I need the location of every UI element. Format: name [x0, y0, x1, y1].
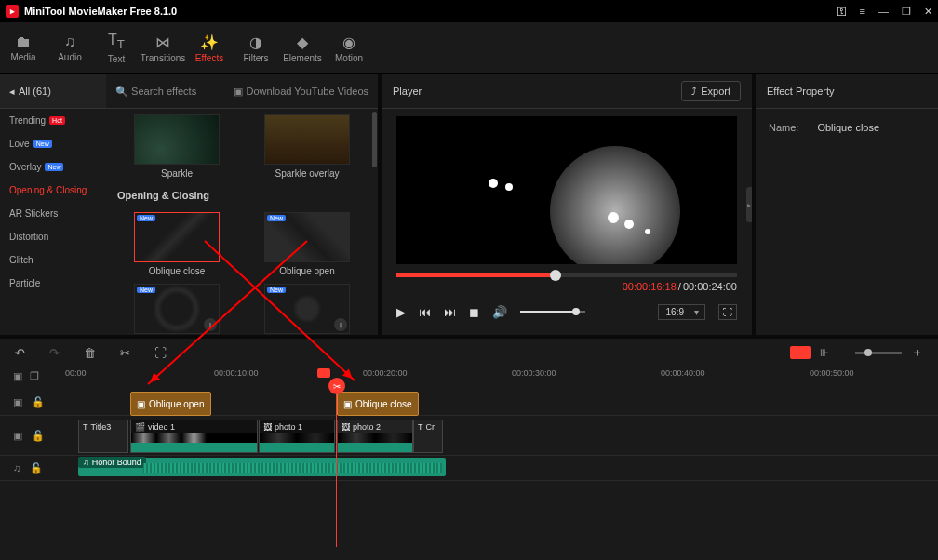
- total-time: 00:00:24:00: [683, 281, 737, 292]
- close-icon[interactable]: ✕: [924, 6, 932, 18]
- fullscreen-icon[interactable]: ⛶: [718, 304, 737, 320]
- preview-area[interactable]: [396, 116, 737, 264]
- export-button[interactable]: ⤴Export: [681, 81, 741, 101]
- cat-overlay[interactable]: OverlayNew: [0, 155, 106, 179]
- clip-photo2[interactable]: 🖼 photo 2: [337, 420, 413, 453]
- music-note-icon: ♫: [83, 458, 89, 467]
- fx-icon: ▣: [137, 399, 145, 409]
- crop-icon[interactable]: ⛶: [154, 346, 167, 360]
- scissors-badge[interactable]: ✂: [328, 378, 345, 394]
- undo-icon[interactable]: ↶: [15, 346, 25, 360]
- magnet-icon[interactable]: ⊪: [820, 347, 829, 359]
- tab-filters[interactable]: ◑Filters: [233, 22, 279, 73]
- stop-icon[interactable]: ◼: [469, 305, 479, 319]
- transition-icon: ⋈: [155, 33, 170, 51]
- tab-transitions[interactable]: ⋈Transitions: [140, 22, 186, 73]
- clip-photo1[interactable]: 🖼 photo 1: [259, 420, 335, 453]
- track-video: ▣🔓 T Title3 🎬 video 1 🖼 photo 1 🖼 photo …: [0, 416, 938, 456]
- effect-sparkle-overlay[interactable]: Sparkle overlay: [246, 114, 368, 179]
- timeline-ruler[interactable]: ▣❐ 00:00 00:00:10:00 00:00:20:00 00:00:3…: [0, 367, 938, 389]
- next-icon[interactable]: ⏭: [444, 305, 456, 319]
- track-audio: ♫🔓 ♫Honor Bound: [0, 456, 938, 481]
- maximize-icon[interactable]: ❐: [902, 6, 911, 18]
- current-time: 00:00:16:18: [623, 281, 677, 292]
- playhead-handle[interactable]: [317, 368, 330, 378]
- music-icon: ♫: [64, 33, 75, 50]
- motion-icon: ◉: [342, 33, 355, 51]
- effects-icon: ✨: [200, 33, 219, 51]
- split-icon[interactable]: ✂: [120, 346, 130, 360]
- zoom-slider[interactable]: [855, 352, 902, 354]
- record-indicator[interactable]: [790, 346, 811, 359]
- hot-badge: Hot: [49, 116, 65, 125]
- effect-oblique-close[interactable]: NewOblique close: [115, 212, 238, 276]
- minimize-icon[interactable]: ―: [878, 6, 889, 17]
- text-icon: TT: [108, 32, 125, 51]
- search-input[interactable]: 🔍 Search effects: [115, 86, 196, 98]
- clip-title[interactable]: T Title3: [78, 420, 128, 453]
- property-title: Effect Property: [756, 74, 938, 109]
- audio-clip[interactable]: ♫Honor Bound: [78, 458, 446, 476]
- layer-icon[interactable]: ▣: [13, 370, 22, 382]
- zoom-out-icon[interactable]: −: [838, 346, 846, 360]
- redo-icon[interactable]: ↷: [49, 346, 60, 360]
- prev-icon[interactable]: ⏮: [419, 305, 431, 319]
- export-icon: ⤴: [691, 86, 697, 97]
- tab-text[interactable]: TTText: [93, 22, 140, 73]
- playhead[interactable]: [336, 380, 337, 547]
- expand-tab[interactable]: ▸: [746, 187, 752, 222]
- effect-oblique-open[interactable]: NewOblique open: [246, 212, 368, 276]
- filters-icon: ◑: [249, 33, 262, 51]
- cat-ar-stickers[interactable]: AR Stickers: [0, 202, 106, 225]
- volume-icon[interactable]: 🔊: [492, 305, 507, 319]
- fx-clip-oblique-close[interactable]: ▣Oblique close: [337, 392, 419, 416]
- tab-effects[interactable]: ✨Effects: [186, 22, 233, 73]
- zoom-in-icon[interactable]: ＋: [911, 344, 923, 361]
- cat-opening-closing[interactable]: Opening & Closing: [0, 179, 106, 202]
- delete-icon[interactable]: 🗑: [84, 346, 96, 360]
- prop-name-value: Oblique close: [817, 122, 879, 133]
- new-badge: New: [45, 163, 63, 171]
- effect-round-close[interactable]: New↓Round close: [115, 284, 238, 335]
- download-youtube-link[interactable]: ▣ Download YouTube Videos: [234, 86, 368, 98]
- app-title: MiniTool MovieMaker Free 8.1.0: [24, 6, 177, 17]
- tab-audio[interactable]: ♫Audio: [47, 22, 93, 73]
- new-badge: New: [34, 140, 52, 148]
- clip-video1[interactable]: 🎬 video 1: [130, 420, 258, 453]
- lock-icon[interactable]: 🔓: [30, 462, 43, 474]
- progress-bar[interactable]: [396, 273, 737, 277]
- scrollbar[interactable]: [372, 112, 377, 167]
- cat-trending[interactable]: TrendingHot: [0, 109, 106, 132]
- effect-round-open[interactable]: New↓Round open: [246, 284, 368, 335]
- aspect-select[interactable]: 16:9: [658, 304, 705, 320]
- tab-elements[interactable]: ◆Elements: [279, 22, 326, 73]
- download-icon[interactable]: ↓: [334, 318, 347, 331]
- video-track-icon[interactable]: ▣: [13, 430, 22, 442]
- cat-particle[interactable]: Particle: [0, 272, 106, 295]
- prop-name-label: Name:: [769, 122, 798, 133]
- tab-media[interactable]: 🖿Media: [0, 22, 47, 73]
- section-title: Opening & Closing: [106, 184, 378, 207]
- cat-glitch[interactable]: Glitch: [0, 248, 106, 272]
- key-icon[interactable]: ⚿: [837, 6, 847, 17]
- play-icon[interactable]: ▶: [396, 305, 406, 319]
- menu-icon[interactable]: ≡: [860, 6, 865, 17]
- effect-sparkle[interactable]: Sparkle: [115, 114, 238, 179]
- download-icon[interactable]: ↓: [204, 318, 217, 331]
- lock-icon[interactable]: 🔓: [32, 396, 45, 408]
- audio-track-icon[interactable]: ♫: [13, 462, 20, 473]
- lock-icon[interactable]: 🔓: [32, 430, 45, 442]
- tab-motion[interactable]: ◉Motion: [326, 22, 372, 73]
- layers-icon[interactable]: ❐: [30, 370, 39, 382]
- fx-clip-oblique-open[interactable]: ▣Oblique open: [130, 392, 211, 416]
- cat-distortion[interactable]: Distortion: [0, 225, 106, 248]
- fx-icon: ▣: [343, 399, 352, 409]
- player-label: Player: [393, 86, 422, 97]
- track-fx: ▣🔓 ✂ ▣Oblique open ▣Oblique close: [0, 389, 938, 416]
- cat-love[interactable]: LoveNew: [0, 132, 106, 155]
- volume-slider[interactable]: [520, 311, 585, 313]
- main-toolbar: 🖿Media ♫Audio TTText ⋈Transitions ✨Effec…: [0, 22, 938, 74]
- clip-credits[interactable]: T Cr: [413, 420, 443, 453]
- fx-track-icon[interactable]: ▣: [13, 396, 22, 408]
- category-all[interactable]: ◂ All (61): [0, 74, 106, 109]
